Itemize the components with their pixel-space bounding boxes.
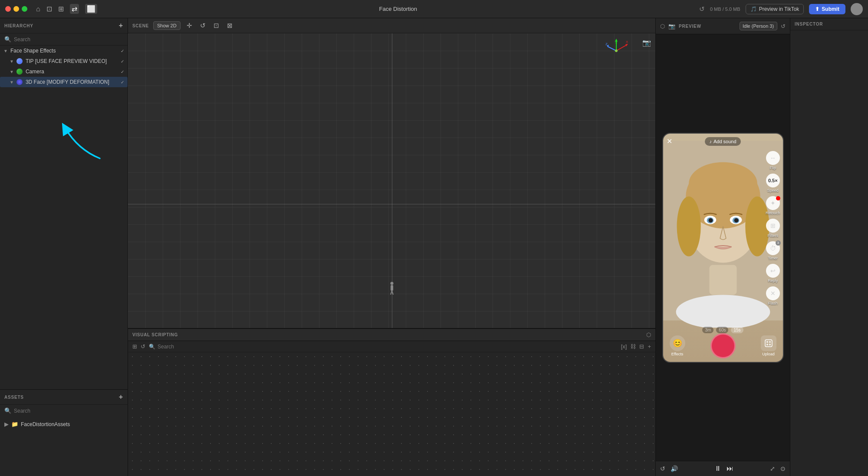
add-sound-button[interactable]: ♪ Add sound	[705, 137, 740, 146]
duration-15s-button[interactable]: 15s	[731, 327, 743, 333]
preview-label: PREVIEW	[679, 24, 736, 29]
filters-icon: ⊞	[770, 222, 776, 229]
vs-search-input[interactable]	[158, 344, 223, 350]
tree-item-label: 3D Face [MODIFY DEFORMATION]	[26, 79, 109, 85]
external-link-icon[interactable]: ⬡	[646, 332, 651, 338]
scene-toolbar: SCENE Show 2D ✛ ↺ ⊡ ⊠	[128, 18, 655, 33]
top-bar: ⌂ ⊡ ⊞ ⇄ ⬜ Face Distortion ↺ 0 MB / 5.0 M…	[0, 0, 868, 18]
preview-record-icon[interactable]: ⊙	[780, 465, 786, 472]
svg-marker-5	[625, 44, 628, 46]
tree-item-label: TIP [USE FACE PREVIEW VIDEO]	[26, 58, 107, 64]
user-avatar[interactable]	[851, 3, 863, 15]
reply-icon: ↩	[770, 267, 776, 274]
collapse-icon[interactable]: ⊟	[639, 343, 644, 350]
preview-fullscreen-icon[interactable]: ⤢	[770, 465, 775, 472]
app-title: Face Distortion	[101, 6, 696, 12]
hierarchy-add-button[interactable]: +	[119, 22, 123, 30]
preview-camera-icon: 📷	[668, 23, 675, 30]
layout-icon[interactable]: ⊡	[46, 5, 52, 13]
fullscreen-button[interactable]	[22, 6, 27, 12]
duration-60s-button[interactable]: 60s	[716, 327, 728, 333]
refresh-icon[interactable]: ↺	[699, 5, 705, 13]
submit-button[interactable]: ⬆ Submit	[809, 4, 845, 14]
preview-person-select[interactable]: Idle (Person 3)	[740, 22, 777, 30]
vs-search-wrap: 🔍	[149, 344, 618, 350]
camera-icon	[16, 69, 23, 75]
preview-bottom-controls: ↺ 🔊 ⏸ ⏭ ⤢ ⊙	[656, 461, 790, 476]
duration-3m-button[interactable]: 3m	[702, 327, 713, 333]
flip-button[interactable]: ↔ Flip	[766, 151, 780, 170]
scene-figure	[388, 282, 395, 297]
svg-line-4	[616, 45, 627, 51]
effects-button[interactable]: 😊 Effects	[670, 335, 685, 356]
phone-bottom-bar: 3m 60s 15s 😊 Effects	[663, 323, 783, 362]
scene-label: SCENE	[132, 23, 149, 28]
components-icon[interactable]: ⊞	[58, 5, 64, 13]
assets-search-input[interactable]	[14, 408, 123, 414]
preview-pause-button[interactable]: ⏸	[714, 465, 721, 473]
visual-scripting-header: VISUAL SCRIPTING ⬡	[128, 329, 655, 341]
record-row: 😊 Effects	[667, 333, 779, 358]
svg-text:Z: Z	[605, 42, 608, 46]
device-icon[interactable]: ⬜	[85, 4, 97, 14]
scene-area: SCENE Show 2D ✛ ↺ ⊡ ⊠ Y	[128, 18, 655, 328]
upload-icon: ⬆	[815, 6, 819, 12]
inspector-header: INSPECTOR	[790, 18, 868, 30]
chevron-icon: ▼	[10, 59, 14, 64]
phone-close-button[interactable]: ✕	[667, 137, 672, 145]
tip-icon	[16, 58, 23, 64]
flash-icon: ✕	[770, 290, 776, 297]
upload-button[interactable]: Upload	[761, 335, 776, 356]
retouch-button[interactable]: ✦ Retouch	[766, 196, 780, 215]
add-sound-label: Add sound	[713, 139, 736, 144]
filters-button[interactable]: ⊞ Filters	[766, 219, 780, 238]
check-icon: ✓	[121, 49, 124, 53]
inspector-label: INSPECTOR	[795, 22, 823, 26]
add-icon[interactable]: +	[648, 343, 651, 350]
preview-refresh-icon[interactable]: ↺	[781, 23, 786, 30]
tree-item-camera[interactable]: ▼ Camera ✓	[0, 66, 128, 77]
variable-icon[interactable]: [x]	[621, 343, 627, 350]
svg-rect-31	[769, 341, 771, 343]
phone-top-bar: ✕ ♪ Add sound	[663, 134, 783, 149]
memory-badge: 0 MB / 5.0 MB	[710, 7, 740, 12]
minimize-button[interactable]	[13, 6, 19, 12]
check-icon: ✓	[121, 69, 124, 74]
hierarchy-search-input[interactable]	[14, 36, 123, 43]
link-icon[interactable]: ⛓	[630, 343, 636, 350]
record-button[interactable]	[710, 333, 736, 358]
check-icon: ✓	[121, 80, 124, 85]
top-bar-right: ↺ 0 MB / 5.0 MB 🎵 Preview in TikTok ⬆ Su…	[699, 3, 863, 15]
preview-expand-icon[interactable]: ⬡	[660, 23, 665, 30]
vs-search-icon: 🔍	[149, 344, 155, 350]
camera-scene-icon: 📷	[642, 39, 651, 47]
folder-item[interactable]: ▶ 📁 FaceDistortionAssets	[4, 419, 123, 429]
close-button[interactable]	[5, 6, 11, 12]
visual-scripting-section: VISUAL SCRIPTING ⬡ ⊞ ↺ 🔍 [x] ⛓ ⊟ +	[128, 328, 655, 476]
reply-button[interactable]: ↩ Reply	[766, 264, 780, 283]
refresh-graph-icon[interactable]: ↺	[141, 343, 145, 350]
visual-scripting-label: VISUAL SCRIPTING	[132, 332, 643, 337]
assets-add-button[interactable]: +	[119, 393, 123, 401]
timer-button[interactable]: ⏱ 3 Timer	[766, 241, 780, 260]
show-2d-button[interactable]: Show 2D	[153, 21, 181, 30]
add-node-icon[interactable]: ⊞	[132, 343, 137, 350]
speed-label: Speed	[767, 188, 779, 193]
preview-tiktok-button[interactable]: 🎵 Preview in TikTok	[746, 4, 804, 14]
flip-label: Flip	[769, 166, 776, 170]
preview-audio-icon[interactable]: 🔊	[671, 465, 678, 472]
preview-loop-icon[interactable]: ↺	[660, 465, 665, 472]
preview-next-button[interactable]: ⏭	[727, 465, 733, 473]
tree-item-face-shape-effects[interactable]: ▼ Face Shape Effects ✓	[0, 46, 128, 56]
home-icon[interactable]: ⌂	[36, 5, 40, 13]
move-icon[interactable]: ✛	[185, 21, 194, 30]
flash-button[interactable]: ✕ Flash	[766, 286, 780, 305]
tree-item-3dface[interactable]: ▼ 3D Face [MODIFY DEFORMATION] ✓	[0, 77, 128, 87]
tree-item-tip[interactable]: ▼ TIP [USE FACE PREVIEW VIDEO] ✓	[0, 56, 128, 66]
scale-icon[interactable]: ⊡	[212, 21, 221, 30]
rotate-icon[interactable]: ↺	[198, 21, 207, 30]
connection-icon[interactable]: ⇄	[70, 4, 79, 14]
layout-icon[interactable]: ⊠	[225, 21, 234, 30]
speed-button[interactable]: 0.5× Speed	[766, 174, 780, 193]
hierarchy-label: HIERARCHY	[4, 23, 33, 28]
